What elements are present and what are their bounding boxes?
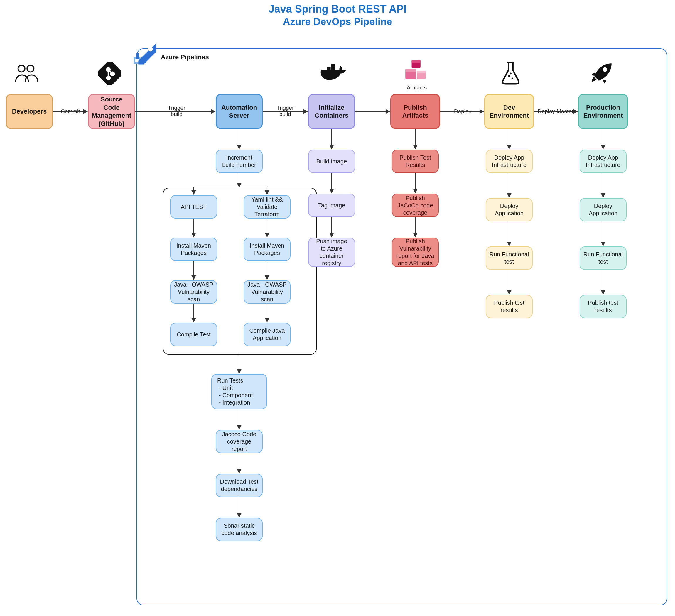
pub-step-1: Publish JaCoCo code coverage [392,194,439,217]
people-icon [14,62,41,85]
init-step-2: Push image to Azure container registry [308,238,355,267]
devenv-step-1: Deploy Application [486,198,533,222]
auto-step-dltest: Download Test dependancies [216,474,262,497]
svg-rect-3 [136,54,139,59]
svg-rect-25 [417,71,426,73]
pub-step-0: Publish Test Results [392,150,439,173]
azure-pipelines-label: Azure Pipelines [161,54,209,61]
svg-point-10 [107,76,110,80]
beaker-icon [499,60,522,85]
edge-label-trigger2: Trigger build [276,105,294,117]
title-line-1: Java Spring Boot REST API [0,3,675,15]
auto-step-runtests: Run Tests - Unit - Component - Integrati… [211,374,267,409]
diagram-canvas: Java Spring Boot REST API Azure DevOps P… [0,0,675,616]
auto-par-right-1: Install Maven Packages [244,238,291,261]
svg-point-27 [512,78,513,80]
auto-step-jacoco: Jacoco Code coverage report [216,430,262,453]
title-line-2: Azure DevOps Pipeline [0,16,675,27]
auto-par-left-3: Compile Test [170,323,217,346]
prod-step-2: Run Functional test [580,246,626,270]
prod-step-0: Deploy App Infrastructure [580,150,626,173]
svg-point-2 [148,47,153,51]
stage-developers: Developers [6,94,53,129]
stage-automation: Automation Server [216,94,262,129]
stage-dev-env: Dev Environment [484,94,534,129]
prod-step-3: Publish test results [580,295,626,318]
svg-point-26 [508,75,510,77]
svg-rect-1 [135,59,139,63]
auto-par-right-0: Yaml lint && Validate Terraform [244,195,291,218]
svg-point-9 [111,72,114,75]
svg-point-6 [27,65,34,72]
svg-point-8 [107,68,110,71]
auto-par-right-2: Java - OWASP Vulnarability scan [244,280,291,303]
auto-par-left-0: API TEST [170,195,217,218]
auto-par-left-1: Install Maven Packages [170,238,217,261]
prod-step-1: Deploy Application [580,198,626,222]
svg-rect-17 [327,67,331,70]
rocket-icon [590,60,615,85]
devenv-step-2: Run Functional test [486,246,533,270]
svg-point-29 [602,68,607,72]
svg-rect-21 [412,60,421,63]
devenv-step-0: Deploy App Infrastructure [486,150,533,173]
init-step-1: Tag image [308,194,355,217]
svg-rect-18 [331,67,334,70]
stage-scm-github: Source Code Management (GitHub) [88,94,135,129]
edge-label-trigger1: Trigger build [167,105,186,117]
svg-rect-7 [98,62,122,85]
svg-rect-23 [405,69,416,73]
azure-pipelines-icon [132,41,158,68]
devenv-step-3: Publish test results [486,295,533,318]
docker-icon [318,62,348,85]
git-icon [98,62,122,85]
edge-label-commit: Commit [60,108,80,115]
stage-publish: Publish Artifacts [390,94,440,129]
stage-init-containers: Initialize Containers [308,94,355,129]
pub-step-2: Publish Vulnarability report for Java an… [392,238,439,267]
auto-par-right-3: Compile Java Application [244,323,291,346]
auto-step-sonar: Sonar static code analysis [216,518,262,541]
edge-label-deploy-master: Deploy Master [537,108,574,115]
stage-prod-env: Production Environment [578,94,628,129]
auto-par-left-2: Java - OWASP Vulnarability scan [170,280,217,303]
svg-point-28 [510,73,512,75]
artifacts-label: Artifacts [405,84,429,91]
svg-point-5 [18,65,25,72]
svg-rect-19 [331,64,334,67]
artifacts-icon [402,59,429,82]
svg-rect-4 [141,61,146,63]
auto-step-increment: Increment build number [216,150,262,173]
init-step-0: Build image [308,150,355,173]
edge-label-deploy: Deploy [453,108,472,115]
